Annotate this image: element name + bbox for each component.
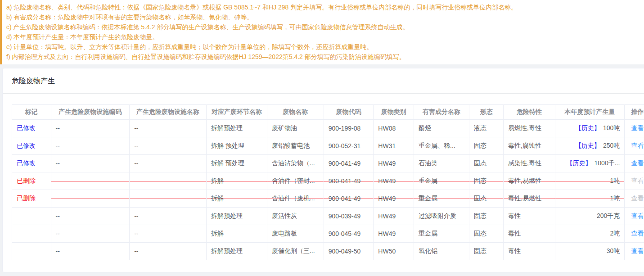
cell-category: HW49 <box>374 172 414 190</box>
cell-waste_code: 900-045-49 <box>324 225 374 243</box>
column-header-process: 对应产废环节名称 <box>206 105 267 120</box>
cell-waste_code: 900-041-49 <box>324 155 374 172</box>
table-row: 已删除拆解含油件（密封...900-041-49HW49重金属固态毒性,易燃性1… <box>12 172 644 190</box>
cell-mark: 已修改 <box>12 137 51 155</box>
cell-qty: 2吨 <box>555 225 625 243</box>
cell-category: HW31 <box>374 137 414 155</box>
table-header-row: 标记产生危险废物设施编码产生危险废物设施名称对应产废环节名称废物名称废物代码废物… <box>12 105 644 120</box>
cell-mark <box>12 243 51 260</box>
cell-form: 固态 <box>469 225 503 243</box>
cell-category: HW49 <box>374 155 414 172</box>
cell-mark: 已删除 <box>12 172 51 190</box>
note-line-e: e) 计量单位：填写吨。以升、立方米等体积计量的，应折算成重量吨；以个数作为计量… <box>6 42 637 52</box>
cell-process: 拆解 <box>206 172 267 190</box>
table-row: ----拆解预处理废催化剂（三...900-049-50HW50氧化铝固态毒性3… <box>12 243 644 260</box>
cell-harmful: 重金属 <box>414 225 469 243</box>
cell-harmful: 过滤吸附介质 <box>414 208 469 225</box>
cell-process: 拆解预处理 <box>206 243 267 260</box>
cell-harmful: 重金属 <box>414 190 469 208</box>
cell-hazard: 毒性,易燃性 <box>504 190 555 208</box>
cell-harmful: 酚烃 <box>414 120 469 137</box>
cell-facility_code: -- <box>51 155 130 172</box>
cell-qty: 30吨 <box>555 243 625 260</box>
row-status-badge: 已删除 <box>17 195 36 202</box>
cell-mark <box>12 225 51 243</box>
view-link[interactable]: 查看 <box>631 124 644 131</box>
note-line-a: a) 危险废物名称、类别、代码和危险特性：依据《国家危险废物名录》或根据 GB … <box>6 2 637 12</box>
cell-qty: 【历史】100吨 <box>555 120 625 137</box>
note-line-f: f) 内部治理方式及去向：自行利用设施编码、自行处置设施编码和贮存设施编码依据H… <box>6 52 637 62</box>
quantity-value: 200千克 <box>597 212 620 219</box>
cell-facility_name: -- <box>130 208 207 225</box>
view-link[interactable]: 查看 <box>631 247 644 254</box>
card-header: 危险废物产生 <box>3 68 644 94</box>
cell-harmful: 重金属、稀... <box>414 137 469 155</box>
column-header-qty: 本年度预计产生量 <box>555 105 625 120</box>
history-tag: 【历史】 <box>575 142 600 149</box>
cell-action: 查看 <box>625 190 644 208</box>
row-status-badge: 已修改 <box>17 142 36 149</box>
card-body: 标记产生危险废物设施编码产生危险废物设施名称对应产废环节名称废物名称废物代码废物… <box>3 94 644 272</box>
cell-facility_name: -- <box>130 225 207 243</box>
view-link[interactable]: 查看 <box>631 230 644 237</box>
cell-qty: 【历史】1000千... <box>555 155 625 172</box>
note-line-b: b) 有害成分名称：危险废物中对环境有害的主要污染物名称，如苯系物、氰化物、砷等… <box>6 12 637 22</box>
cell-facility_code: -- <box>51 137 130 155</box>
cell-waste_code: 900-039-49 <box>324 208 374 225</box>
view-link[interactable]: 查看 <box>631 142 644 149</box>
cell-mark: 已修改 <box>12 155 51 172</box>
cell-facility_name: -- <box>130 137 207 155</box>
cell-facility_code <box>51 172 130 190</box>
cell-waste_name: 废电路板 <box>267 225 324 243</box>
cell-qty: 【历史】250吨 <box>555 137 625 155</box>
cell-waste_name: 废铅酸蓄电池 <box>267 137 324 155</box>
column-header-waste_code: 废物代码 <box>324 105 374 120</box>
cell-category: HW49 <box>374 190 414 208</box>
cell-form: 固态 <box>469 172 503 190</box>
cell-category: HW49 <box>374 225 414 243</box>
cell-qty: 200千克 <box>555 208 625 225</box>
row-status-badge: 已修改 <box>17 159 36 167</box>
cell-waste_code: 900-041-49 <box>324 190 374 208</box>
cell-action: 查看 <box>625 208 644 225</box>
quantity-value: 100吨 <box>603 124 620 131</box>
cell-form: 固态 <box>469 137 503 155</box>
view-link[interactable]: 查看 <box>631 212 644 219</box>
column-header-harmful: 有害成分名称 <box>414 105 469 120</box>
cell-category: HW49 <box>374 208 414 225</box>
cell-waste_name: 含油沾染物（... <box>267 155 324 172</box>
table-row: 已删除拆解含油件（废机...900-041-49HW49重金属固态毒性,易燃性1… <box>12 190 644 208</box>
cell-process: 拆解 <box>206 225 267 243</box>
cell-form: 固态 <box>469 155 503 172</box>
cell-waste_name: 含油件（密封... <box>267 172 324 190</box>
table-row: 已修改----拆解 预处理废铅酸蓄电池900-052-31HW31重金属、稀..… <box>12 137 644 155</box>
cell-waste_name: 含油件（废机... <box>267 190 324 208</box>
cell-hazard: 感染性,毒性 <box>504 155 555 172</box>
quantity-value: 1吨 <box>610 195 620 202</box>
column-header-facility_code: 产生危险废物设施编码 <box>51 105 130 120</box>
cell-harmful: 氧化铝 <box>414 243 469 260</box>
cell-qty: 1吨 <box>555 172 625 190</box>
table-row: ----拆解废电路板900-045-49HW49重金属固态毒性2吨查看 <box>12 225 644 243</box>
cell-hazard: 毒性,腐蚀性 <box>504 137 555 155</box>
cell-harmful: 重金属 <box>414 172 469 190</box>
row-status-badge: 已修改 <box>17 124 36 131</box>
cell-action: 查看 <box>625 137 644 155</box>
cell-mark <box>12 208 51 225</box>
quantity-value: 2吨 <box>610 230 620 237</box>
cell-facility_code <box>51 190 130 208</box>
note-line-c: c) 产生危险废物设施名称和编码：依据本标准第 5.4.2 部分填写的生产设施名… <box>6 22 637 32</box>
view-link[interactable]: 查看 <box>631 159 644 167</box>
cell-qty: 1吨 <box>555 190 625 208</box>
cell-process: 拆解 预处理 <box>206 155 267 172</box>
cell-facility_name: -- <box>130 155 207 172</box>
cell-waste_name: 废催化剂（三... <box>267 243 324 260</box>
cell-hazard: 毒性 <box>504 225 555 243</box>
cell-waste_code: 900-041-49 <box>324 172 374 190</box>
cell-facility_code: -- <box>51 225 130 243</box>
cell-form: 固态 <box>469 208 503 225</box>
cell-waste_name: 废矿物油 <box>267 120 324 137</box>
cell-process: 拆解预处理 <box>206 208 267 225</box>
cell-category: HW50 <box>374 243 414 260</box>
cell-harmful: 石油类 <box>414 155 469 172</box>
